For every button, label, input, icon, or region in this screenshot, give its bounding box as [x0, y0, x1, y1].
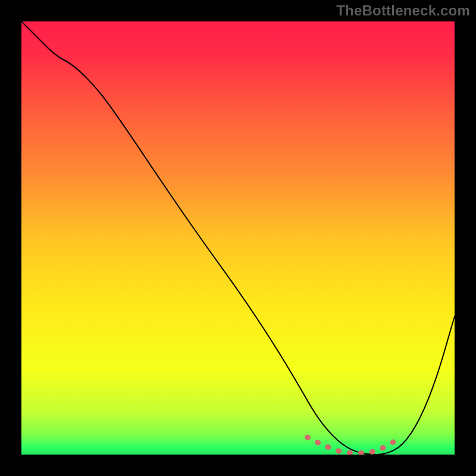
chart-frame: TheBottleneck.com [0, 0, 476, 476]
watermark-text: TheBottleneck.com [336, 2, 470, 19]
gradient-background [21, 21, 455, 455]
gradient-chart-plot [21, 21, 455, 455]
chart-svg [21, 21, 455, 455]
